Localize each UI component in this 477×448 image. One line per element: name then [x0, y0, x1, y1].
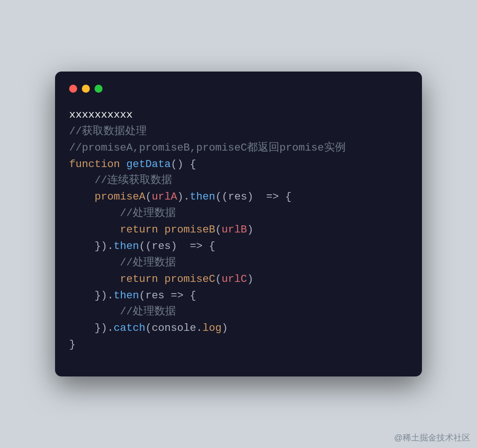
code-comment: //promiseA,promiseB,promiseC都返回promise实例: [69, 142, 346, 154]
call-promiseC: promiseC: [165, 273, 215, 285]
method-catch: catch: [114, 322, 146, 334]
param-res: res: [152, 240, 171, 252]
method-then: then: [114, 240, 139, 252]
identifier-urlA: urlA: [152, 191, 177, 203]
minimize-icon: [82, 85, 90, 93]
maximize-icon: [95, 85, 103, 93]
method-then: then: [114, 289, 139, 302]
function-name: getData: [127, 158, 171, 170]
close-icon: [69, 85, 77, 93]
code-window: xxxxxxxxxx //获取数据处理 //promiseA,promiseB,…: [55, 72, 422, 376]
method-then: then: [190, 191, 215, 203]
keyword-function: function: [69, 158, 120, 170]
method-log: log: [203, 322, 222, 334]
identifier-console: console: [152, 322, 197, 334]
code-comment: //连续获取数据: [95, 174, 172, 186]
call-promiseA: promiseA: [95, 191, 145, 203]
code-comment: //处理数据: [120, 207, 176, 219]
identifier-urlB: urlB: [222, 224, 247, 236]
code-block: xxxxxxxxxx //获取数据处理 //promiseA,promiseB,…: [69, 107, 408, 353]
identifier-urlC: urlC: [222, 273, 247, 285]
param-res: res: [145, 289, 165, 302]
keyword-return: return: [120, 273, 158, 285]
code-comment: //处理数据: [120, 305, 176, 318]
call-promiseB: promiseB: [165, 224, 215, 236]
code-line: xxxxxxxxxx: [69, 109, 133, 121]
keyword-return: return: [120, 224, 158, 236]
code-comment: //获取数据处理: [69, 125, 147, 137]
code-comment: //处理数据: [120, 256, 176, 269]
watermark: @稀土掘金技术社区: [394, 432, 470, 443]
param-res: res: [228, 191, 247, 203]
traffic-lights: [69, 85, 408, 93]
